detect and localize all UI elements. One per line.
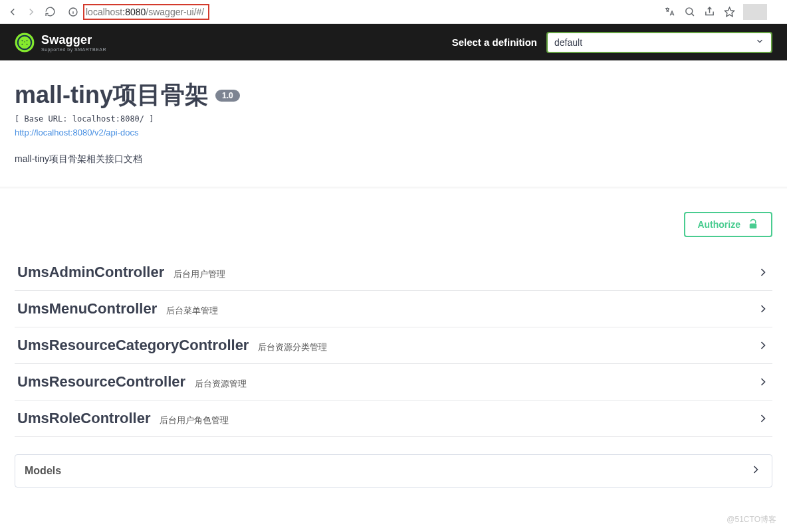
- browser-chrome: localhost:8080/swagger-ui/#/: [0, 0, 787, 24]
- authorize-button[interactable]: Authorize: [684, 212, 772, 237]
- authorize-label: Authorize: [697, 219, 740, 230]
- svg-marker-5: [725, 7, 734, 16]
- svg-point-3: [685, 8, 692, 15]
- address-text: localhost:8080/swagger-ui/#/: [83, 4, 209, 20]
- unlock-icon: [747, 219, 759, 230]
- tag-desc: 后台用户角色管理: [160, 414, 229, 426]
- base-url: [ Base URL: localhost:8080/ ]: [15, 114, 772, 124]
- tag-row[interactable]: UmsRoleController 后台用户角色管理: [15, 400, 772, 437]
- api-title: mall-tiny项目骨架 1.0: [15, 79, 240, 112]
- browser-toolbar-right: [663, 4, 780, 20]
- svg-rect-8: [750, 224, 757, 229]
- api-info: mall-tiny项目骨架 1.0 [ Base URL: localhost:…: [0, 60, 787, 187]
- chevron-right-icon: [756, 375, 770, 389]
- tags-list: UmsAdminController 后台用户管理 UmsMenuControl…: [15, 254, 772, 437]
- tag-name: UmsResourceCategoryController: [17, 337, 249, 354]
- models-section: Models: [15, 454, 772, 488]
- tag-name: UmsAdminController: [17, 264, 164, 281]
- tag-row[interactable]: UmsMenuController 后台菜单管理: [15, 291, 772, 327]
- reload-icon[interactable]: [44, 6, 56, 18]
- chevron-right-icon: [756, 412, 770, 425]
- tag-row[interactable]: UmsResourceCategoryController 后台资源分类管理: [15, 327, 772, 364]
- chevron-right-icon: [756, 339, 770, 352]
- chevron-right-icon: [749, 463, 762, 479]
- tag-desc: 后台菜单管理: [166, 305, 218, 317]
- star-icon[interactable]: [723, 6, 735, 18]
- watermark: @51CTO博客: [727, 514, 776, 525]
- models-header[interactable]: Models: [15, 455, 772, 487]
- swagger-topbar: Swagger Supported by SMARTBEAR Select a …: [0, 24, 787, 60]
- version-badge: 1.0: [215, 90, 240, 102]
- chevron-right-icon: [756, 302, 770, 315]
- tag-desc: 后台用户管理: [173, 268, 225, 280]
- site-info-icon[interactable]: [67, 6, 79, 18]
- api-docs-link[interactable]: http://localhost:8080/v2/api-docs: [15, 128, 772, 137]
- tag-name: UmsMenuController: [17, 300, 157, 317]
- tag-desc: 后台资源分类管理: [258, 341, 327, 353]
- tag-row[interactable]: UmsAdminController 后台用户管理: [15, 254, 772, 291]
- tag-row[interactable]: UmsResourceController 后台资源管理: [15, 364, 772, 400]
- swagger-icon: [15, 33, 35, 52]
- zoom-icon[interactable]: [683, 6, 695, 18]
- translate-icon[interactable]: [663, 6, 675, 18]
- browser-nav: [7, 6, 56, 18]
- swagger-brand-text: Swagger Supported by SMARTBEAR: [41, 33, 106, 52]
- address-bar[interactable]: localhost:8080/swagger-ui/#/: [61, 2, 658, 22]
- forward-icon[interactable]: [25, 6, 37, 18]
- definition-selector: Select a definition default: [452, 32, 772, 53]
- definition-select[interactable]: default: [546, 32, 772, 53]
- tag-name: UmsResourceController: [17, 373, 185, 391]
- back-icon[interactable]: [7, 6, 19, 18]
- profile-avatar[interactable]: [743, 4, 767, 20]
- tag-desc: 后台资源管理: [195, 378, 247, 390]
- main-content: Authorize UmsAdminController 后台用户管理 UmsM…: [0, 189, 787, 514]
- swagger-logo[interactable]: Swagger Supported by SMARTBEAR: [15, 33, 106, 52]
- share-icon[interactable]: [703, 6, 715, 18]
- definition-label: Select a definition: [452, 37, 537, 48]
- chevron-right-icon: [756, 266, 770, 279]
- tag-name: UmsRoleController: [17, 410, 150, 427]
- svg-line-4: [691, 13, 694, 16]
- api-description: mall-tiny项目骨架相关接口文档: [15, 153, 772, 165]
- models-title: Models: [25, 465, 61, 477]
